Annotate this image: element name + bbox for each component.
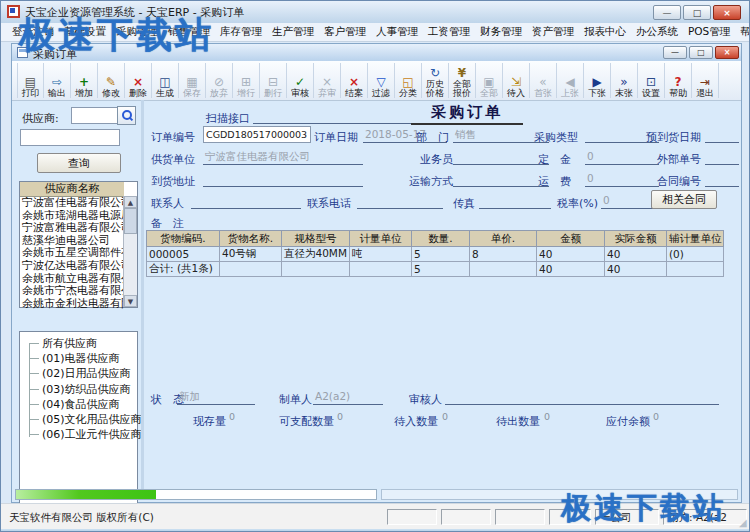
external-no-label: 外部单号 (657, 152, 701, 167)
external-no-field[interactable] (705, 149, 739, 165)
filter-button[interactable]: ▽过滤 (368, 63, 395, 98)
tree-item-culture-goods[interactable]: (05)文化用品供应商 (24, 412, 137, 427)
tree-item-textile[interactable]: (03)纺织品供应商 (24, 382, 137, 397)
menu-finance[interactable]: 财务管理 (475, 25, 527, 39)
supplier-list-item[interactable]: 余姚市航立电器有限公 (20, 273, 124, 286)
menu-office[interactable]: 办公系统 (631, 25, 683, 39)
edit-button[interactable]: ✎修改 (98, 63, 125, 98)
child-close-button[interactable]: × (715, 46, 739, 59)
col-header-qty[interactable]: 数量. (411, 231, 469, 247)
progress-bar (15, 489, 377, 500)
scroll-down-icon[interactable]: ▼ (124, 295, 137, 307)
scroll-up-icon[interactable]: ▲ (124, 196, 137, 208)
progress-fill (16, 490, 156, 499)
history-price-button[interactable]: ↻历史价格 (422, 63, 449, 98)
address-field[interactable] (203, 171, 363, 187)
close-button[interactable]: × (713, 5, 741, 20)
transport-field[interactable] (453, 171, 549, 187)
settings-button[interactable]: ⊡设置 (638, 63, 665, 98)
splitter[interactable] (141, 100, 144, 489)
related-contract-button[interactable]: 相关合同 (651, 190, 717, 209)
col-header-item-code[interactable]: 货物编码. (147, 231, 220, 247)
menu-reports[interactable]: 报表中心 (579, 25, 631, 39)
contract-no-field[interactable] (705, 171, 739, 187)
supplier-list-item[interactable]: 余姚市瑶湖电器电源厂 (20, 210, 124, 223)
menu-basic-settings[interactable]: 基础设置 (59, 25, 111, 39)
menu-login[interactable]: 登录注销 (7, 25, 59, 39)
next-record-button[interactable]: ▶下张 (584, 63, 611, 98)
fax-label: 传真 (453, 196, 475, 211)
col-header-amount[interactable]: 金额 (536, 231, 604, 247)
tree-item-all-suppliers[interactable]: 所有供应商 (24, 336, 137, 351)
menu-sales[interactable]: 销售管理 (163, 25, 215, 39)
last-record-button[interactable]: »末张 (611, 63, 638, 98)
all-quotes-button[interactable]: ¥全部报价 (449, 63, 476, 98)
tree-item-electric[interactable]: (01)电器供应商 (24, 351, 137, 366)
col-header-aux-unit[interactable]: 辅计量单位 (666, 231, 724, 247)
tree-item-food[interactable]: (04)食品供应商 (24, 397, 137, 412)
child-restore-button[interactable]: □ (689, 46, 713, 59)
supplier-filter-input[interactable] (71, 107, 119, 124)
freight-field[interactable]: 0 (585, 171, 659, 187)
resize-grip[interactable]: ◢ (739, 517, 747, 528)
menu-hr[interactable]: 人事管理 (371, 25, 423, 39)
supplier-list-item[interactable]: 慈溪华迪电器公司 (20, 235, 124, 248)
col-header-spec[interactable]: 规格型号 (282, 231, 350, 247)
scan-interface-input[interactable] (253, 108, 423, 124)
add-button[interactable]: +增加 (71, 63, 98, 98)
tree-item-industrial-parts[interactable]: (06)工业元件供应商 (24, 427, 137, 442)
export-button[interactable]: ⇨输出 (44, 63, 71, 98)
menu-customer[interactable]: 客户管理 (319, 25, 371, 39)
pending-in-button[interactable]: ⇲待入 (503, 63, 530, 98)
exit-button[interactable]: ⇥退出 (692, 63, 719, 98)
order-no-input[interactable]: CGDD180517000003 (203, 126, 311, 143)
supplier-list-item[interactable]: 宁波亿达电器有限公司 (20, 260, 124, 273)
menu-pos[interactable]: POS管理 (683, 25, 735, 39)
supplier-list-item[interactable]: 余姚市宁杰电器有限公 (20, 285, 124, 298)
supplier-search-button[interactable] (117, 106, 136, 125)
menu-payroll[interactable]: 工资管理 (423, 25, 475, 39)
deposit-field[interactable]: 0 (585, 149, 659, 165)
menu-purchase[interactable]: 采购管理 (111, 25, 163, 39)
child-minimize-button[interactable]: — (663, 46, 687, 59)
menu-inventory[interactable]: 库存管理 (215, 25, 267, 39)
generate-button[interactable]: ◫生成 (152, 63, 179, 98)
fax-field[interactable] (479, 193, 551, 209)
contact-field[interactable] (191, 193, 301, 209)
menu-help[interactable]: 帮助 (735, 25, 750, 39)
tree-item-daily-goods[interactable]: (02)日用品供应商 (24, 366, 137, 381)
supplier-list-item[interactable]: 余姚市五星空调部件有 (20, 247, 124, 260)
close-case-button[interactable]: ×结案 (341, 63, 368, 98)
supplier-list-item[interactable]: 余姚市金利达电器有限 (20, 298, 124, 311)
col-header-price[interactable]: 单价. (469, 231, 536, 247)
maximize-button[interactable]: □ (683, 5, 711, 20)
supplier-unit-field[interactable]: 宁波富佳电器有限公司 (203, 149, 363, 165)
supplier-list-scrollbar[interactable]: ▲ ▼ (123, 196, 137, 307)
scrollbar-thumb[interactable] (124, 208, 137, 234)
phone-field[interactable] (357, 193, 443, 209)
print-button[interactable]: ▤打印 (17, 63, 44, 98)
menu-production[interactable]: 生产管理 (267, 25, 319, 39)
supplier-code-input[interactable] (20, 129, 120, 146)
expected-date-field[interactable] (705, 127, 739, 143)
grid-data-row[interactable]: 000005 40号钢 直径为40MM 吨 5 8 40 40 (0) (147, 247, 724, 262)
col-header-unit[interactable]: 计量单位 (349, 231, 411, 247)
menu-assets[interactable]: 资产管理 (527, 25, 579, 39)
supplier-list-item[interactable]: 宁波富佳电器有限公司 (20, 197, 124, 210)
unaudit-button: ×弃审 (314, 63, 341, 98)
stock-qty-label: 现存量 (193, 414, 226, 429)
pending-in-qty-label: 待入数量 (394, 414, 438, 429)
delete-button[interactable]: ×删除 (125, 63, 152, 98)
col-header-item-name[interactable]: 货物名称. (220, 231, 282, 247)
query-button[interactable]: 查询 (37, 153, 121, 173)
audit-button[interactable]: ✓审核 (287, 63, 314, 98)
minimize-button[interactable]: — (653, 5, 681, 20)
supplier-list-item[interactable]: 宁波富雅电器有限公司 (20, 222, 124, 235)
maker-label: 制单人 (279, 392, 312, 407)
salesman-field[interactable] (453, 149, 549, 165)
col-header-actual-amount[interactable]: 实际金额 (604, 231, 666, 247)
first-record-button: «首张 (530, 63, 557, 98)
supplier-list-header[interactable]: 供应商名称 (20, 182, 124, 197)
help-button[interactable]: ?帮助 (665, 63, 692, 98)
classify-button[interactable]: ◱分类 (395, 63, 422, 98)
